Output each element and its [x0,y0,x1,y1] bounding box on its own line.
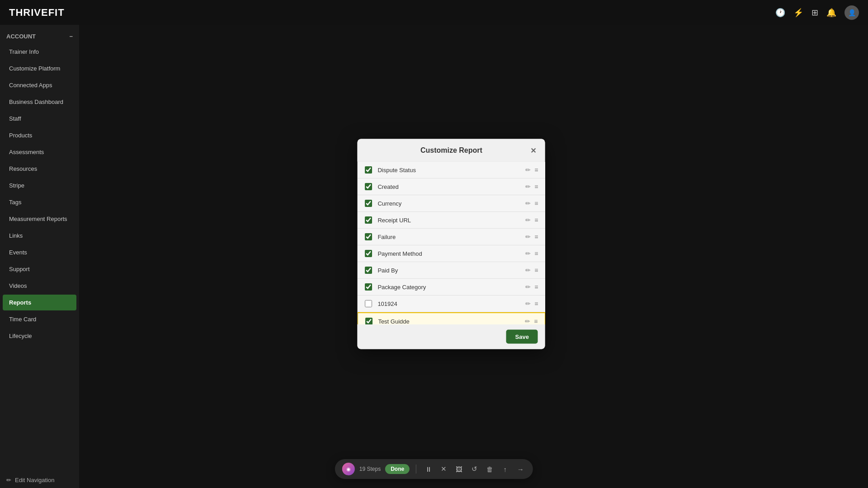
drag-icon-currency[interactable]: ≡ [534,200,538,207]
row-receipt-url: Receipt URL ✏ ≡ [358,212,545,229]
grid-icon[interactable]: ⊞ [811,8,818,18]
bolt-icon[interactable]: ⚡ [793,8,803,18]
sidebar-item-assessments[interactable]: Assessments [3,144,76,160]
row-package-category: Package Category ✏ ≡ [358,279,545,296]
toolbar-avatar: ◉ [342,463,355,475]
checkbox-package-category[interactable] [365,283,372,291]
row-paid-by: Paid By ✏ ≡ [358,262,545,279]
sidebar-item-time-card[interactable]: Time Card [3,311,76,327]
sidebar-item-measurement-reports[interactable]: Measurement Reports [3,211,76,227]
edit-icon-receipt-url[interactable]: ✏ [525,216,531,224]
checkbox-paid-by[interactable] [365,267,372,274]
drag-icon-receipt-url[interactable]: ≡ [534,216,538,224]
toolbar-done-button[interactable]: Done [385,464,410,474]
sidebar-item-connected-apps[interactable]: Connected Apps [3,77,76,93]
row-dispute-status: Dispute Status ✏ ≡ [358,162,545,178]
edit-icon-test-guidde[interactable]: ✏ [525,318,530,324]
drag-icon-dispute-status[interactable]: ≡ [534,166,538,174]
sidebar-item-customize-platform[interactable]: Customize Platform [3,61,76,76]
label-created: Created [377,183,525,190]
sidebar-item-staff[interactable]: Staff [3,111,76,127]
checkbox-failure[interactable] [365,233,372,240]
undo-button[interactable]: ↺ [469,464,480,474]
checkbox-created[interactable] [365,183,372,190]
save-button[interactable]: Save [506,330,538,344]
label-failure: Failure [377,233,525,240]
sidebar: ACCOUNT − Trainer Info Customize Platfor… [0,25,79,488]
logo: THRIVEFIT [9,7,65,19]
pause-button[interactable]: ⏸ [423,464,434,474]
drag-icon-failure[interactable]: ≡ [534,233,538,240]
edit-icon-101924[interactable]: ✏ [525,300,531,307]
drag-icon-paid-by[interactable]: ≡ [534,267,538,274]
drag-icon-101924[interactable]: ≡ [534,300,538,307]
sidebar-item-support[interactable]: Support [3,261,76,277]
modal-title: Customize Report [420,146,482,154]
modal-footer: Save [358,324,545,349]
forward-button[interactable]: → [515,464,526,474]
edit-icon-package-category[interactable]: ✏ [525,283,531,291]
checkbox-receipt-url[interactable] [365,216,372,224]
checkbox-101924[interactable] [365,300,372,307]
edit-icon-failure[interactable]: ✏ [525,233,531,240]
edit-icon: ✏ [6,477,11,483]
sidebar-collapse-icon[interactable]: − [69,33,73,40]
actions-receipt-url: ✏ ≡ [525,216,538,224]
row-payment-method: Payment Method ✏ ≡ [358,245,545,262]
sidebar-item-links[interactable]: Links [3,228,76,244]
cancel-button[interactable]: ✕ [438,464,449,474]
top-icons: 🕐 ⚡ ⊞ 🔔 👤 [775,5,859,20]
checkbox-test-guidde[interactable] [365,318,373,324]
row-failure: Failure ✏ ≡ [358,229,545,245]
drag-icon-created[interactable]: ≡ [534,183,538,190]
checkbox-payment-method[interactable] [365,250,372,257]
actions-failure: ✏ ≡ [525,233,538,240]
modal-close-button[interactable]: ✕ [528,145,539,156]
clock-icon[interactable]: 🕐 [775,8,785,18]
bottom-toolbar: ◉ 19 Steps Done ⏸ ✕ 🖼 ↺ 🗑 ↑ → [335,459,533,479]
actions-created: ✏ ≡ [525,183,538,190]
sidebar-section-account: ACCOUNT − [0,29,79,43]
delete-button[interactable]: 🗑 [484,464,495,474]
actions-currency: ✏ ≡ [525,200,538,207]
row-test-guidde: Test Guidde ✏ ≡ [358,312,545,324]
checkbox-currency[interactable] [365,200,372,207]
up-button[interactable]: ↑ [500,464,510,474]
bell-icon[interactable]: 🔔 [826,8,836,18]
top-bar: THRIVEFIT 🕐 ⚡ ⊞ 🔔 👤 [0,0,868,25]
sidebar-item-videos[interactable]: Videos [3,278,76,294]
actions-payment-method: ✏ ≡ [525,250,538,257]
sidebar-item-resources[interactable]: Resources [3,161,76,177]
toolbar-separator-1 [416,465,416,474]
checkbox-dispute-status[interactable] [365,166,372,174]
edit-icon-currency[interactable]: ✏ [525,200,531,207]
sidebar-edit-navigation[interactable]: ✏ Edit Navigation [0,472,79,488]
image-button[interactable]: 🖼 [453,464,464,474]
edit-icon-paid-by[interactable]: ✏ [525,267,531,274]
sidebar-item-tags[interactable]: Tags [3,194,76,210]
sidebar-item-reports[interactable]: Reports [3,295,76,310]
edit-icon-payment-method[interactable]: ✏ [525,250,531,257]
drag-icon-payment-method[interactable]: ≡ [534,250,538,257]
avatar[interactable]: 👤 [844,5,859,20]
edit-icon-dispute-status[interactable]: ✏ [525,166,531,174]
row-101924: 101924 ✏ ≡ [358,296,545,312]
drag-icon-test-guidde[interactable]: ≡ [534,318,538,324]
label-101924: 101924 [377,300,525,307]
label-currency: Currency [377,200,525,206]
actions-package-category: ✏ ≡ [525,283,538,291]
sidebar-item-trainer-info[interactable]: Trainer Info [3,44,76,60]
sidebar-item-lifecycle[interactable]: Lifecycle [3,328,76,344]
edit-icon-created[interactable]: ✏ [525,183,531,190]
customize-report-modal: Customize Report ✕ Dispute Status ✏ ≡ Cr… [358,139,545,349]
row-currency: Currency ✏ ≡ [358,195,545,212]
sidebar-item-business-dashboard[interactable]: Business Dashboard [3,94,76,110]
sidebar-item-products[interactable]: Products [3,127,76,143]
drag-icon-package-category[interactable]: ≡ [534,283,538,291]
sidebar-section-label: ACCOUNT [6,33,36,40]
label-dispute-status: Dispute Status [377,166,525,173]
sidebar-item-stripe[interactable]: Stripe [3,178,76,193]
actions-101924: ✏ ≡ [525,300,538,307]
toolbar-steps: 19 Steps [359,466,381,472]
sidebar-item-events[interactable]: Events [3,244,76,260]
